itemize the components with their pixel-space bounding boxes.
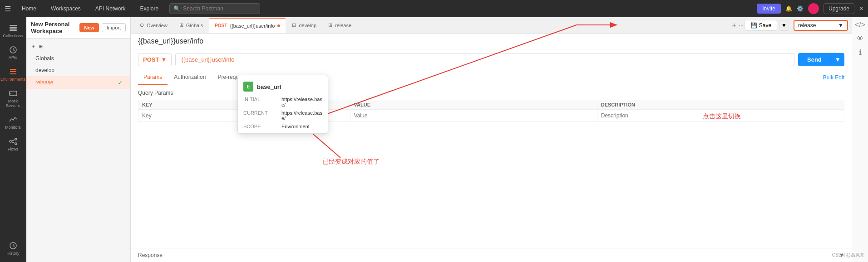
response-label: Response — [138, 252, 163, 258]
initial-value: https://release.base/ — [281, 97, 322, 107]
tooltip-env-name: base_url — [257, 83, 281, 90]
tab-develop-label: develop — [299, 23, 316, 28]
search-icon: 🔍 — [173, 5, 180, 12]
home-nav[interactable]: Home — [18, 4, 40, 14]
add-tab-icon[interactable]: + — [732, 22, 736, 29]
sidebar-item-collections[interactable]: Collections — [1, 21, 25, 41]
tooltip-scope-row: SCOPE Environment — [238, 122, 328, 131]
bell-icon[interactable]: 🔔 — [785, 5, 792, 12]
active-check-icon: ✓ — [118, 79, 123, 86]
tab-develop[interactable]: ⊞ develop — [286, 18, 322, 33]
value-input[interactable] — [354, 112, 593, 119]
overview-icon: ⊙ — [140, 22, 144, 28]
code-icon[interactable]: </> — [855, 21, 865, 29]
env-badge: E — [243, 82, 253, 92]
env-dropdown[interactable]: release ▼ — [794, 20, 848, 31]
tab-release[interactable]: ⊞ release — [323, 18, 357, 33]
sidebar-item-history[interactable]: History — [1, 238, 25, 258]
sidebar-monitors-label: Monitors — [5, 125, 21, 130]
method-label: POST — [143, 56, 159, 63]
desc-col-header: DESCRIPTION — [597, 100, 844, 110]
import-button[interactable]: Import — [102, 23, 126, 32]
env-item-develop[interactable]: develop — [26, 64, 130, 76]
sidebar-flows-label: Flows — [8, 147, 19, 151]
settings-icon[interactable]: ⚙️ — [797, 5, 804, 12]
bulk-edit-button[interactable]: Bulk Edit — [823, 74, 844, 81]
current-label: CURRENT — [243, 110, 280, 121]
panel-content: ＋ ⊞ Globals develop release ✓ — [26, 39, 130, 262]
tab-overview[interactable]: ⊙ Overview — [134, 18, 173, 33]
left-panel-header: New Personal Workspace New Import — [26, 17, 130, 39]
avatar[interactable] — [808, 3, 819, 14]
tab-overview-label: Overview — [147, 23, 168, 28]
sidebar: Collections APIs Environments Mock Serve… — [0, 17, 26, 262]
develop-label: develop — [35, 67, 54, 73]
tooltip-popup: E base_url INITIAL https://release.base/… — [237, 75, 328, 134]
develop-tab-icon: ⊞ — [292, 22, 296, 28]
tab-release-label: release — [335, 23, 351, 28]
tab-request-label: {{base_url}}user/info — [230, 23, 275, 29]
description-input[interactable] — [601, 112, 840, 119]
left-panel: New Personal Workspace New Import ＋ ⊞ Gl… — [26, 17, 131, 262]
env-selected-label: release — [798, 22, 816, 29]
tab-globals-label: Globals — [186, 23, 203, 28]
svg-point-5 — [10, 93, 11, 94]
send-chevron-button[interactable]: ▼ — [831, 53, 844, 66]
workspace-name: New Personal Workspace — [31, 21, 79, 34]
search-bar[interactable]: 🔍 Search Postman — [169, 3, 260, 14]
info-icon[interactable]: ℹ — [859, 48, 862, 57]
sidebar-history-label: History — [6, 251, 19, 256]
request-bar: POST ▼ Send ▼ — [131, 49, 852, 70]
hamburger-icon[interactable]: ☰ — [5, 5, 11, 13]
sidebar-item-flows[interactable]: Flows — [1, 134, 25, 154]
filter-icon: ⊞ — [39, 44, 43, 49]
method-select[interactable]: POST ▼ — [138, 53, 172, 66]
request-title-bar: {{base_url}}user/info — [131, 34, 852, 49]
sidebar-collections-label: Collections — [3, 34, 23, 38]
save-button[interactable]: 💾 Save — [745, 20, 777, 31]
env-item-globals[interactable]: Globals — [26, 53, 130, 64]
right-sidebar: </> 👁 ℹ — [852, 17, 868, 262]
tab-request[interactable]: POST {{base_url}}user/info — [209, 18, 286, 33]
tab-bar: ⊙ Overview ⊞ Globals POST {{base_url}}us… — [131, 17, 852, 34]
main-content: ⊙ Overview ⊞ Globals POST {{base_url}}us… — [131, 17, 852, 262]
eye-icon[interactable]: 👁 — [857, 34, 864, 43]
sidebar-item-apis[interactable]: APIs — [1, 43, 25, 63]
header-buttons: New Import — [79, 23, 126, 32]
tooltip-header: E base_url — [238, 80, 328, 95]
new-button[interactable]: New — [79, 23, 99, 32]
current-value: https://release.base/ — [281, 110, 322, 121]
url-input[interactable] — [175, 53, 794, 66]
value-col-header: VALUE — [350, 100, 597, 110]
sidebar-item-monitors[interactable]: Monitors — [1, 112, 25, 132]
svg-point-6 — [10, 141, 11, 142]
sidebar-environments-label: Environments — [0, 77, 25, 82]
req-tab-params[interactable]: Params — [138, 70, 168, 85]
save-chevron[interactable]: ▼ — [779, 20, 789, 31]
api-network-nav[interactable]: API Network — [92, 4, 129, 14]
workspaces-nav[interactable]: Workspaces — [47, 4, 84, 14]
env-item-release[interactable]: release ✓ — [26, 76, 130, 89]
send-button[interactable]: Send — [798, 53, 831, 66]
sidebar-item-mock-servers[interactable]: Mock Servers — [1, 86, 25, 111]
plus-icon: ＋ — [31, 43, 36, 50]
invite-button[interactable]: Invite — [757, 4, 781, 14]
save-icon: 💾 — [750, 22, 757, 29]
svg-point-7 — [15, 138, 17, 140]
panel-section-header[interactable]: ＋ ⊞ — [26, 40, 130, 53]
env-chevron-icon: ▼ — [838, 22, 843, 29]
request-title: {{base_url}}user/info — [138, 37, 203, 45]
close-icon[interactable]: ✕ — [859, 5, 863, 12]
release-tab-icon: ⊞ — [328, 22, 332, 28]
globals-label: Globals — [35, 55, 54, 62]
tab-globals[interactable]: ⊞ Globals — [174, 18, 208, 33]
more-tabs-icon[interactable]: ··· — [739, 22, 744, 29]
initial-label: INITIAL — [243, 97, 280, 107]
upgrade-button[interactable]: Upgrade — [824, 3, 854, 14]
sidebar-item-environments[interactable]: Environments — [1, 64, 25, 84]
tab-actions: + ··· — [732, 22, 743, 29]
req-tab-authorization[interactable]: Authorization — [168, 70, 211, 85]
globals-tab-icon: ⊞ — [179, 22, 183, 28]
explore-nav[interactable]: Explore — [137, 4, 163, 14]
save-label: Save — [759, 22, 771, 29]
